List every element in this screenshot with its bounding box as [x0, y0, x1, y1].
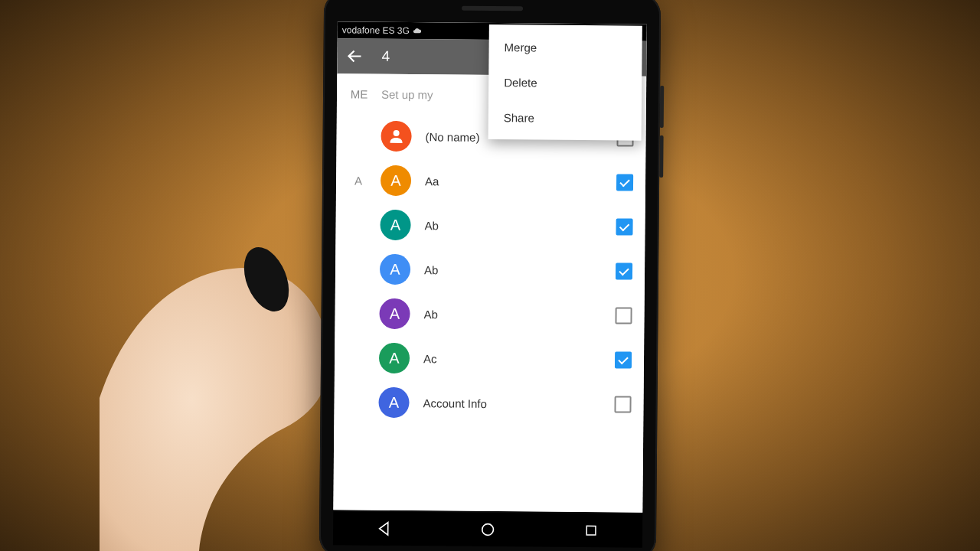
contact-name: Aa	[425, 174, 616, 189]
menu-item-merge[interactable]: Merge	[488, 29, 642, 66]
section-header-me: ME	[337, 87, 381, 101]
contact-name: Ac	[423, 352, 615, 367]
avatar-initial: A	[381, 165, 411, 196]
contact-row[interactable]: AAAa	[336, 158, 645, 205]
contact-row[interactable]: AAccount Info	[334, 380, 643, 427]
avatar-initial: A	[378, 387, 409, 418]
svg-point-7	[482, 524, 494, 536]
section-letter	[337, 135, 381, 136]
contact-row[interactable]: AAb	[335, 291, 644, 338]
section-letter: A	[336, 174, 381, 187]
avatar-initial: A	[379, 343, 410, 373]
volume-up-button[interactable]	[660, 86, 664, 128]
back-button[interactable]	[345, 46, 364, 66]
setup-profile-label: Set up my	[381, 87, 433, 101]
android-nav-bar	[333, 511, 642, 548]
contact-row[interactable]: AAb	[335, 246, 645, 294]
cloud-icon	[413, 26, 422, 35]
contact-row[interactable]: AAb	[335, 202, 645, 249]
select-checkbox[interactable]	[616, 262, 632, 279]
svg-rect-8	[586, 526, 596, 535]
section-letter	[336, 224, 381, 225]
phone-speaker	[462, 6, 523, 11]
select-checkbox[interactable]	[615, 307, 632, 324]
overflow-menu: Merge Delete Share	[488, 24, 642, 141]
phone-frame: vodafone ES 3G 85% 13:48	[319, 0, 661, 551]
section-letter	[335, 313, 380, 314]
contact-name: Ab	[424, 219, 616, 233]
contact-name: Ab	[423, 308, 615, 322]
contact-row[interactable]: AAc	[335, 335, 644, 383]
avatar-initial: A	[380, 210, 410, 240]
menu-item-delete[interactable]: Delete	[488, 64, 642, 101]
nav-recent-button[interactable]	[581, 520, 601, 540]
person-icon	[381, 121, 411, 152]
menu-item-share[interactable]: Share	[488, 99, 642, 136]
select-checkbox[interactable]	[616, 174, 633, 191]
selected-count: 4	[381, 48, 390, 65]
avatar-initial: A	[380, 254, 410, 285]
section-letter	[335, 402, 379, 403]
carrier-label: vodafone ES 3G	[342, 24, 410, 36]
svg-point-6	[394, 130, 400, 136]
avatar-initial: A	[379, 298, 410, 329]
nav-home-button[interactable]	[478, 520, 498, 540]
select-checkbox[interactable]	[615, 351, 632, 368]
section-letter	[335, 269, 380, 269]
contact-name: Account Info	[423, 396, 614, 411]
nav-back-button[interactable]	[374, 519, 394, 539]
volume-down-button[interactable]	[659, 135, 663, 178]
select-checkbox[interactable]	[614, 396, 631, 412]
select-checkbox[interactable]	[616, 218, 632, 235]
section-letter	[335, 357, 379, 358]
screen: vodafone ES 3G 85% 13:48	[333, 21, 647, 513]
contact-name: Ab	[424, 263, 616, 278]
